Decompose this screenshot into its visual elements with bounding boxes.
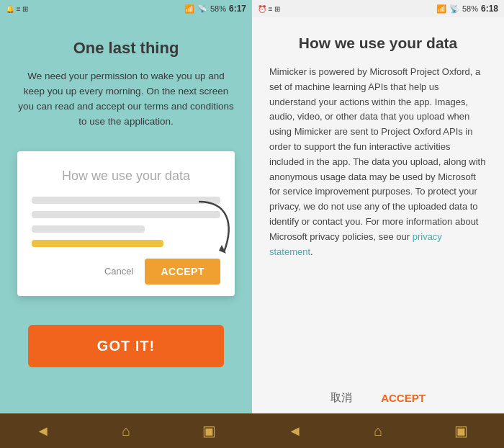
- dialog-line-3: [32, 225, 145, 233]
- left-home-button[interactable]: ⌂: [122, 423, 130, 439]
- dialog-preview-card: How we use your data Cancel ACCEPT: [17, 151, 235, 296]
- left-back-button[interactable]: ◄: [36, 423, 50, 439]
- right-battery: 58%: [462, 4, 478, 13]
- right-accept-button[interactable]: ACCEPT: [381, 392, 426, 404]
- dialog-accept-button[interactable]: ACCEPT: [145, 259, 220, 285]
- right-bottom-buttons: 取消 ACCEPT: [269, 384, 487, 405]
- right-notification-icons: ⏰ ≡ ⊞: [258, 4, 280, 13]
- right-bottom-nav: ◄ ⌂ ▣: [252, 413, 504, 448]
- left-description: We need your permission to wake you up a…: [17, 69, 235, 130]
- right-body-suffix: .: [310, 246, 313, 257]
- left-notification-icons: 🔔 ≡ ⊞: [6, 4, 28, 13]
- got-it-button[interactable]: GOT IT!: [28, 325, 224, 367]
- right-cancel-button[interactable]: 取消: [330, 391, 352, 405]
- right-wifi-icon: 📶: [436, 4, 446, 14]
- left-title: One last thing: [73, 39, 179, 58]
- right-title: How we use your data: [269, 35, 487, 52]
- left-wifi-icon: 📶: [184, 4, 194, 14]
- left-panel: One last thing We need your permission t…: [0, 17, 252, 413]
- right-home-button[interactable]: ⌂: [374, 423, 382, 439]
- right-time: 6:18: [481, 4, 498, 14]
- left-bottom-nav: ◄ ⌂ ▣: [0, 413, 252, 448]
- right-signal-icon: 📡: [449, 4, 459, 14]
- right-back-button[interactable]: ◄: [288, 423, 302, 439]
- right-panel: How we use your data Mimicker is powered…: [252, 17, 504, 413]
- dialog-cancel-button[interactable]: Cancel: [104, 266, 133, 277]
- left-signal-icon: 📡: [197, 4, 207, 14]
- status-bar-right: ⏰ ≡ ⊞ 📶 📡 58% 6:18: [252, 0, 504, 17]
- dialog-preview-title: How we use your data: [32, 169, 220, 184]
- left-battery: 58%: [210, 4, 226, 13]
- right-body-main: Mimicker is powered by Microsoft Project…: [269, 66, 485, 242]
- right-recent-button[interactable]: ▣: [454, 422, 468, 439]
- left-time: 6:17: [229, 4, 246, 14]
- dialog-line-yellow: [32, 240, 163, 247]
- status-bar-left: 🔔 ≡ ⊞ 📶 📡 58% 6:17: [0, 0, 252, 17]
- dialog-button-row: Cancel ACCEPT: [32, 259, 220, 285]
- right-body-text: Mimicker is powered by Microsoft Project…: [269, 65, 487, 369]
- arrow-indicator: [192, 194, 242, 262]
- left-recent-button[interactable]: ▣: [202, 422, 216, 439]
- bottom-nav-row: ◄ ⌂ ▣ ◄ ⌂ ▣: [0, 413, 504, 448]
